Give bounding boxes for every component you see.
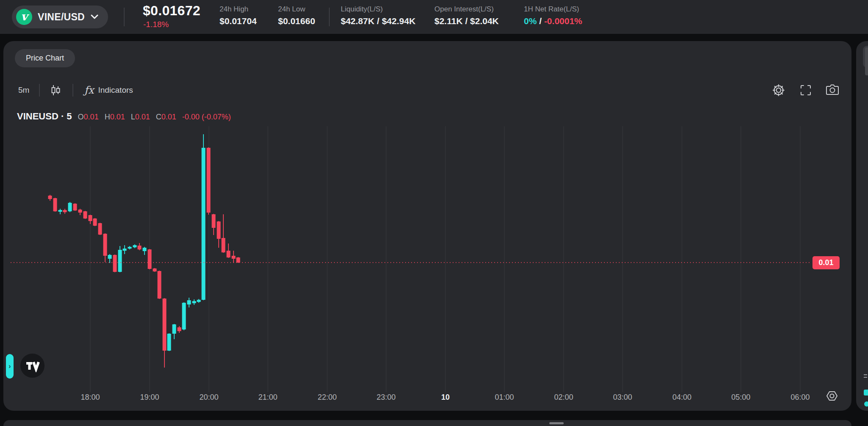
net-rate-separator: / bbox=[537, 16, 544, 26]
price-chart-panel: Price Chart 5m ƒx Indicators bbox=[3, 41, 851, 411]
x-axis-label: 10 bbox=[441, 393, 450, 401]
x-axis-label: 19:00 bbox=[140, 393, 159, 401]
clipped-text-fragment bbox=[864, 377, 867, 378]
stat-label: Open Interest(L/S) bbox=[434, 5, 494, 14]
market-header: v VINE/USD $0.01672 -1.18% 24h High $0.0… bbox=[0, 0, 868, 34]
drawing-toolbar-expand-tab[interactable]: › bbox=[6, 354, 14, 379]
x-axis-label: 22:00 bbox=[317, 393, 337, 401]
vine-token-icon: v bbox=[16, 9, 32, 25]
hexagon-settings-icon bbox=[826, 390, 838, 402]
price-change-percent: -1.18% bbox=[143, 20, 169, 29]
header-divider bbox=[124, 8, 125, 26]
stat-label: 1H Net Rate(L/S) bbox=[524, 5, 579, 14]
x-axis-label: 02:00 bbox=[554, 393, 573, 401]
x-axis-label: 20:00 bbox=[199, 393, 218, 401]
tradingview-logo[interactable] bbox=[20, 354, 45, 378]
stat-label: Liquidity(L/S) bbox=[341, 5, 383, 14]
x-axis-label: 04:00 bbox=[672, 393, 691, 401]
x-axis-label: 06:00 bbox=[790, 393, 810, 401]
stat-value: $0.01704 bbox=[220, 16, 257, 26]
stat-label: 24h Low bbox=[278, 5, 305, 14]
axis-settings-button[interactable] bbox=[823, 388, 840, 404]
clipped-text-fragment bbox=[864, 374, 867, 375]
x-axis-label: 03:00 bbox=[613, 393, 632, 401]
clipped-cyan-dot bbox=[864, 401, 868, 407]
clipped-cyan-fragment bbox=[864, 390, 868, 396]
stat-label: 24h High bbox=[220, 5, 248, 14]
stat-value: $0.01660 bbox=[278, 16, 315, 26]
last-price: $0.01672 bbox=[143, 3, 200, 19]
chevron-right-icon: › bbox=[8, 362, 11, 370]
net-rate-short: -0.0001% bbox=[544, 16, 582, 26]
candlestick-chart[interactable]: 18:0019:0020:0021:0022:0023:001001:0002:… bbox=[3, 41, 851, 411]
stat-value: $42.87K / $42.94K bbox=[341, 16, 415, 26]
scrollbar-thumb[interactable] bbox=[865, 47, 868, 75]
header-divider bbox=[329, 8, 330, 26]
bottom-panel-edge bbox=[3, 420, 851, 426]
x-axis-label: 21:00 bbox=[258, 393, 277, 401]
net-rate-long: 0% bbox=[524, 16, 537, 26]
x-axis-label: 18:00 bbox=[81, 393, 100, 401]
chevron-down-icon bbox=[90, 14, 99, 19]
x-axis-label: 23:00 bbox=[376, 393, 395, 401]
clipped-side-panel bbox=[856, 41, 868, 411]
pair-selector[interactable]: v VINE/USD bbox=[12, 6, 108, 28]
x-axis-label: 01:00 bbox=[495, 393, 514, 401]
price-scale-badge: 0.01 bbox=[812, 256, 840, 269]
stat-value: $2.11K / $2.04K bbox=[434, 16, 499, 26]
panel-resize-handle[interactable] bbox=[549, 422, 564, 424]
tradingview-logo-icon bbox=[25, 360, 40, 372]
x-axis-label: 05:00 bbox=[731, 393, 750, 401]
pair-name: VINE/USD bbox=[38, 11, 85, 23]
